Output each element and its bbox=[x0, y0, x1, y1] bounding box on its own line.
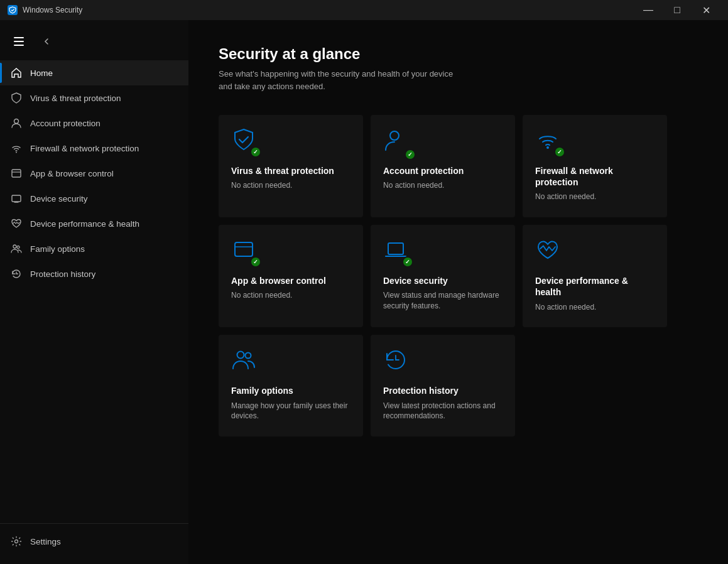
person-check-icon bbox=[383, 127, 413, 158]
history-icon bbox=[10, 268, 23, 280]
svg-rect-4 bbox=[12, 195, 21, 202]
check-badge-firewall bbox=[554, 146, 565, 158]
performance-card-desc: No action needed. bbox=[535, 302, 655, 313]
sidebar-item-device-label: Device security bbox=[30, 194, 88, 203]
family-icon bbox=[10, 242, 23, 255]
sidebar-item-virus-label: Virus & threat protection bbox=[30, 94, 121, 103]
settings-item[interactable]: Settings bbox=[0, 529, 188, 554]
settings-label: Settings bbox=[30, 537, 61, 546]
sidebar-item-home-label: Home bbox=[30, 68, 53, 78]
page-subtitle: See what's happening with the security a… bbox=[219, 68, 698, 92]
sidebar-item-firewall[interactable]: Firewall & network protection bbox=[0, 136, 188, 161]
sidebar-item-family-label: Family options bbox=[30, 244, 85, 254]
account-card-title: Account protection bbox=[383, 165, 503, 176]
laptop-check-icon bbox=[383, 237, 413, 268]
svg-point-11 bbox=[546, 146, 549, 149]
title-bar: Windows Security — □ ✕ bbox=[0, 0, 728, 20]
sidebar-item-performance[interactable]: Device performance & health bbox=[0, 211, 188, 236]
performance-card-title: Device performance & health bbox=[535, 275, 655, 298]
nav-items: Home Virus & threat protection bbox=[0, 58, 188, 523]
account-card-desc: No action needed. bbox=[383, 180, 503, 191]
sidebar-item-history-label: Protection history bbox=[30, 269, 95, 279]
check-badge-browser bbox=[250, 256, 261, 268]
cards-grid: Virus & threat protection No action need… bbox=[219, 115, 698, 437]
sidebar-item-family[interactable]: Family options bbox=[0, 236, 188, 261]
home-icon bbox=[10, 67, 23, 79]
sidebar-item-browser[interactable]: App & browser control bbox=[0, 161, 188, 186]
settings-icon bbox=[10, 535, 23, 548]
svg-point-18 bbox=[246, 353, 251, 359]
hamburger-button[interactable] bbox=[8, 30, 30, 53]
svg-point-17 bbox=[237, 352, 244, 359]
page-title: Security at a glance bbox=[219, 45, 698, 63]
shield-check-icon bbox=[231, 127, 261, 158]
back-button[interactable] bbox=[35, 30, 58, 53]
close-button[interactable]: ✕ bbox=[692, 0, 720, 20]
person-icon bbox=[10, 117, 23, 129]
svg-rect-2 bbox=[12, 170, 21, 177]
history-card[interactable]: Protection history View latest protectio… bbox=[371, 335, 515, 437]
app-icon bbox=[8, 5, 18, 15]
firewall-card[interactable]: Firewall & network protection No action … bbox=[523, 115, 667, 217]
maximize-button[interactable]: □ bbox=[663, 0, 692, 20]
virus-card[interactable]: Virus & threat protection No action need… bbox=[219, 115, 363, 217]
title-bar-left: Windows Security bbox=[8, 5, 82, 15]
sidebar-item-virus[interactable]: Virus & threat protection bbox=[0, 85, 188, 111]
sidebar-top bbox=[0, 25, 188, 58]
sidebar-item-history[interactable]: Protection history bbox=[0, 261, 188, 286]
shield-icon bbox=[10, 92, 23, 104]
device-card-desc: View status and manage hardware security… bbox=[383, 290, 503, 312]
device-security-card[interactable]: Device security View status and manage h… bbox=[371, 225, 515, 327]
window-controls: — □ ✕ bbox=[634, 0, 720, 20]
svg-rect-14 bbox=[388, 243, 403, 254]
svg-point-0 bbox=[14, 119, 19, 124]
firewall-card-desc: No action needed. bbox=[535, 192, 655, 202]
history-card-desc: View latest protection actions and recom… bbox=[383, 401, 503, 422]
wifi-check-icon bbox=[535, 127, 565, 158]
check-badge-account bbox=[405, 149, 416, 160]
svg-point-1 bbox=[16, 152, 17, 153]
svg-point-7 bbox=[13, 245, 16, 248]
performance-card[interactable]: Device performance & health No action ne… bbox=[523, 225, 667, 327]
device-card-title: Device security bbox=[383, 275, 503, 286]
sidebar-item-account[interactable]: Account protection bbox=[0, 111, 188, 136]
sidebar-item-firewall-label: Firewall & network protection bbox=[30, 144, 139, 153]
browser-icon bbox=[10, 167, 23, 180]
sidebar-item-account-label: Account protection bbox=[30, 119, 101, 128]
sidebar-item-performance-label: Device performance & health bbox=[30, 219, 139, 229]
browser-card-title: App & browser control bbox=[231, 275, 350, 286]
browser-card[interactable]: App & browser control No action needed. bbox=[219, 225, 363, 327]
family-card-title: Family options bbox=[231, 385, 350, 396]
virus-card-desc: No action needed. bbox=[231, 180, 350, 191]
minimize-button[interactable]: — bbox=[634, 0, 663, 20]
sidebar-item-device[interactable]: Device security bbox=[0, 186, 188, 211]
history-card-title: Protection history bbox=[383, 385, 503, 396]
wifi-icon bbox=[10, 142, 23, 155]
device-icon bbox=[10, 192, 23, 205]
app-title: Windows Security bbox=[23, 6, 82, 14]
sidebar-bottom: Settings bbox=[0, 523, 188, 564]
svg-point-8 bbox=[17, 246, 19, 249]
svg-rect-12 bbox=[235, 242, 253, 256]
check-badge bbox=[250, 146, 261, 158]
account-card[interactable]: Account protection No action needed. bbox=[371, 115, 515, 217]
clock-icon bbox=[383, 347, 413, 377]
svg-point-9 bbox=[15, 540, 18, 543]
browser-card-desc: No action needed. bbox=[231, 290, 350, 301]
check-badge-device bbox=[402, 256, 413, 268]
virus-card-title: Virus & threat protection bbox=[231, 165, 350, 176]
family-card[interactable]: Family options Manage how your family us… bbox=[219, 335, 363, 437]
heart-icon bbox=[10, 217, 23, 230]
family-card-desc: Manage how your family uses their device… bbox=[231, 401, 350, 422]
firewall-card-title: Firewall & network protection bbox=[535, 165, 655, 188]
sidebar-item-home[interactable]: Home bbox=[0, 60, 188, 85]
sidebar-item-browser-label: App & browser control bbox=[30, 169, 114, 178]
heartbeat-icon bbox=[535, 237, 565, 268]
sidebar: Home Virus & threat protection bbox=[0, 20, 188, 564]
people-icon bbox=[231, 347, 261, 377]
svg-point-10 bbox=[390, 131, 399, 140]
browser-check-icon bbox=[231, 237, 261, 268]
app-container: Home Virus & threat protection bbox=[0, 20, 728, 564]
main-content: Security at a glance See what's happenin… bbox=[188, 20, 728, 564]
